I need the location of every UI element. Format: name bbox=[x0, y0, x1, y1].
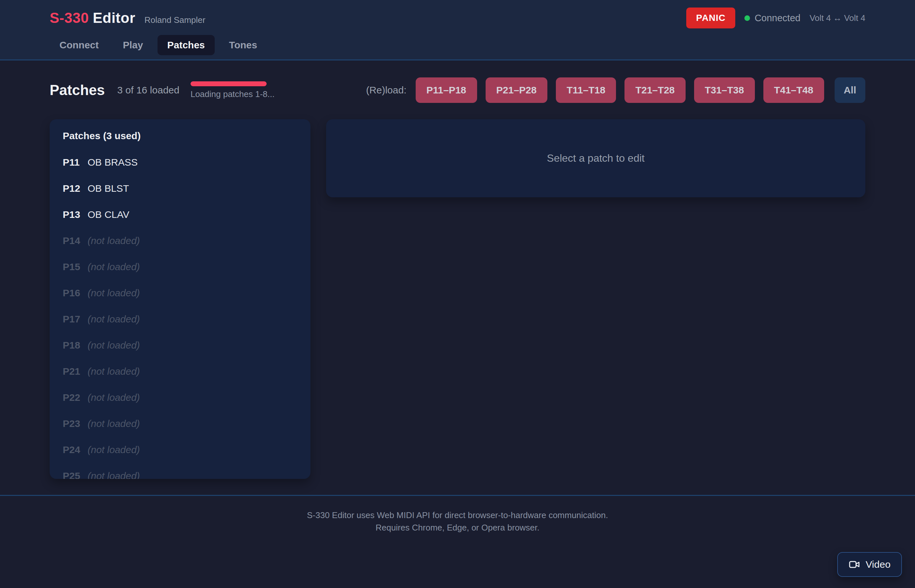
connected-label: Connected bbox=[755, 13, 800, 24]
patch-name: OB BLST bbox=[87, 183, 129, 194]
patch-name: OB BRASS bbox=[87, 157, 137, 168]
patch-id: P23 bbox=[63, 418, 87, 429]
patch-row-p17: P17(not loaded) bbox=[63, 306, 297, 332]
panels-row: Patches (3 used) P11OB BRASSP12OB BLSTP1… bbox=[50, 119, 865, 479]
load-status: 3 of 16 loaded bbox=[117, 85, 179, 96]
main-content: Patches 3 of 16 loaded Loading patches 1… bbox=[0, 78, 915, 479]
patch-id: P16 bbox=[63, 288, 87, 299]
patch-list-panel: Patches (3 used) P11OB BRASSP12OB BLSTP1… bbox=[50, 119, 310, 479]
footer-line-2: Requires Chrome, Edge, or Opera browser. bbox=[0, 521, 915, 534]
patch-row-p21: P21(not loaded) bbox=[63, 359, 297, 384]
app-logo: S-330Editor bbox=[50, 10, 135, 26]
reload-button-t11-t18[interactable]: T11–T18 bbox=[556, 78, 616, 103]
reload-all-button[interactable]: All bbox=[834, 78, 865, 103]
patch-row-p11[interactable]: P11OB BRASS bbox=[63, 149, 297, 175]
tab-connect[interactable]: Connect bbox=[50, 35, 108, 55]
patch-name: (not loaded) bbox=[87, 392, 140, 403]
connected-dot-icon bbox=[744, 15, 750, 21]
reload-button-t31-t38[interactable]: T31–T38 bbox=[694, 78, 755, 103]
patch-row-p18: P18(not loaded) bbox=[63, 332, 297, 359]
midi-route: Volt 4 ↔ Volt 4 bbox=[810, 13, 865, 23]
patch-row-p13[interactable]: P13OB CLAV bbox=[63, 202, 297, 228]
page-title: Patches bbox=[50, 82, 105, 99]
patch-id: P17 bbox=[63, 313, 87, 325]
logo-group: S-330Editor Roland Sampler bbox=[50, 10, 205, 26]
logo-secondary: Editor bbox=[93, 10, 135, 26]
patch-name: (not loaded) bbox=[87, 288, 140, 299]
tab-tones[interactable]: Tones bbox=[219, 35, 267, 55]
reload-button-p21-p28[interactable]: P21–P28 bbox=[486, 78, 547, 103]
patch-row-p12[interactable]: P12OB BLST bbox=[63, 175, 297, 202]
video-button[interactable]: Video bbox=[837, 552, 902, 577]
patch-id: P15 bbox=[63, 261, 87, 273]
patch-editor-panel: Select a patch to edit bbox=[326, 119, 865, 197]
patch-row-p15: P15(not loaded) bbox=[63, 254, 297, 280]
patch-name: (not loaded) bbox=[87, 444, 140, 456]
connection-status: Connected bbox=[744, 13, 800, 24]
patch-id: P12 bbox=[63, 183, 87, 194]
reload-buttons: P11–P18P21–P28T11–T18T21–T28T31–T38T41–T… bbox=[415, 78, 824, 103]
tab-bar: ConnectPlayPatchesTones bbox=[50, 35, 267, 55]
reload-button-p11-p18[interactable]: P11–P18 bbox=[415, 78, 477, 103]
patch-row-p23: P23(not loaded) bbox=[63, 410, 297, 437]
patch-list-title: Patches (3 used) bbox=[63, 130, 297, 141]
patch-name: (not loaded) bbox=[87, 235, 140, 246]
patches-toolbar: Patches 3 of 16 loaded Loading patches 1… bbox=[50, 78, 865, 103]
progress-group: Loading patches 1-8... bbox=[191, 81, 275, 99]
patch-name: (not loaded) bbox=[87, 418, 140, 429]
patch-row-p24: P24(not loaded) bbox=[63, 437, 297, 463]
logo-primary: S-330 bbox=[50, 10, 89, 26]
patch-rows: P11OB BRASSP12OB BLSTP13OB CLAVP14(not l… bbox=[63, 149, 297, 479]
reload-button-t21-t28[interactable]: T21–T28 bbox=[624, 78, 685, 103]
video-camera-icon bbox=[849, 559, 860, 570]
reload-label: (Re)load: bbox=[366, 85, 406, 96]
app-subtitle: Roland Sampler bbox=[144, 15, 205, 25]
header-status-group: PANIC Connected Volt 4 ↔ Volt 4 bbox=[686, 8, 865, 28]
tab-patches[interactable]: Patches bbox=[157, 35, 215, 55]
patch-row-p14: P14(not loaded) bbox=[63, 228, 297, 254]
reload-button-t41-t48[interactable]: T41–T48 bbox=[763, 78, 824, 103]
patch-name: (not loaded) bbox=[87, 261, 140, 273]
panic-button[interactable]: PANIC bbox=[686, 8, 735, 28]
patch-row-p16: P16(not loaded) bbox=[63, 280, 297, 306]
patch-id: P13 bbox=[63, 209, 87, 220]
reload-group: (Re)load: P11–P18P21–P28T11–T18T21–T28T3… bbox=[366, 78, 865, 103]
video-button-label: Video bbox=[866, 559, 891, 570]
tab-play[interactable]: Play bbox=[113, 35, 153, 55]
patch-id: P21 bbox=[63, 366, 87, 377]
patch-name: (not loaded) bbox=[87, 340, 140, 351]
patch-row-p22: P22(not loaded) bbox=[63, 384, 297, 410]
app-header: S-330Editor Roland Sampler PANIC Connect… bbox=[0, 0, 915, 60]
patch-id: P11 bbox=[63, 157, 87, 168]
patch-id: P14 bbox=[63, 235, 87, 246]
patch-row-p25: P25(not loaded) bbox=[63, 463, 297, 479]
patch-name: (not loaded) bbox=[87, 470, 140, 479]
patch-name: (not loaded) bbox=[87, 313, 140, 325]
page-footer: S-330 Editor uses Web MIDI API for direc… bbox=[0, 495, 915, 534]
progress-fill bbox=[191, 81, 267, 86]
patch-id: P18 bbox=[63, 340, 87, 351]
editor-empty-text: Select a patch to edit bbox=[547, 152, 645, 164]
patch-id: P25 bbox=[63, 470, 87, 479]
patch-id: P24 bbox=[63, 444, 87, 456]
patch-name: OB CLAV bbox=[87, 209, 129, 220]
progress-track bbox=[191, 81, 267, 86]
header-top-row: S-330Editor Roland Sampler PANIC Connect… bbox=[50, 7, 865, 29]
patch-name: (not loaded) bbox=[87, 366, 140, 377]
loading-status-text: Loading patches 1-8... bbox=[191, 89, 275, 99]
patch-id: P22 bbox=[63, 392, 87, 403]
footer-line-1: S-330 Editor uses Web MIDI API for direc… bbox=[0, 509, 915, 521]
